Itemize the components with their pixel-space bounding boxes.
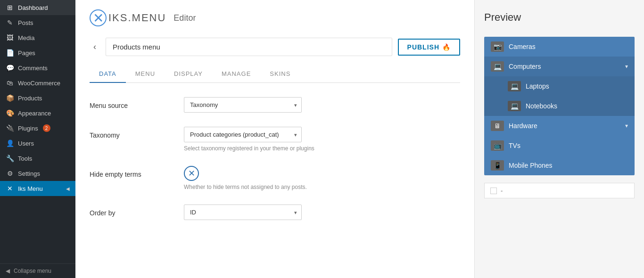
posts-icon: ✎: [6, 19, 14, 26]
main-content: ✕ IKS.MENU Editor ‹ PUBLISH 🔥 DATA MENU …: [75, 0, 474, 278]
sidebar-arrow-icon: ◀: [66, 186, 70, 191]
tvs-label: TVs: [509, 142, 520, 149]
menu-source-label: Menu source: [90, 97, 165, 109]
hide-empty-control: ✕ Whether to hide terms not assigned to …: [184, 166, 316, 190]
sidebar-item-products[interactable]: 📦 Products: [0, 90, 75, 106]
collapse-menu-item[interactable]: ◀ Collapse menu: [0, 263, 75, 278]
hide-empty-hint: Whether to hide terms not assigned to an…: [184, 184, 316, 190]
tools-icon: 🔧: [6, 155, 14, 162]
order-by-select[interactable]: ID Name Slug Count: [184, 204, 302, 220]
preview-item-notebooks[interactable]: 💻 Notebooks: [484, 96, 635, 116]
menu-source-row: Menu source Taxonomy Custom Menu Posts ▾: [90, 97, 460, 113]
sidebar-item-pages[interactable]: 📄 Pages: [0, 45, 75, 60]
plugins-badge: 2: [43, 124, 50, 132]
hide-empty-toggle[interactable]: ✕: [184, 166, 199, 181]
computers-icon: 💻: [491, 61, 504, 72]
tab-data[interactable]: DATA: [90, 65, 126, 83]
cameras-icon: 📷: [491, 41, 504, 52]
hide-empty-label: Hide empty terms: [90, 166, 165, 178]
woocommerce-icon: 🛍: [6, 79, 14, 87]
comments-icon: 💬: [6, 64, 14, 72]
order-by-control: ID Name Slug Count ▾: [184, 204, 316, 220]
tabs-bar: DATA MENU DISPLAY MANAGE SKINS: [90, 65, 460, 83]
taxonomy-select[interactable]: Product categories (product_cat) Tags Ca…: [184, 127, 302, 142]
preview-item-computers[interactable]: 💻 Computers ▾: [484, 57, 635, 76]
sidebar-item-appearance[interactable]: 🎨 Appearance: [0, 106, 75, 121]
products-icon: 📦: [6, 94, 14, 102]
sidebar-item-comments[interactable]: 💬 Comments: [0, 60, 75, 75]
sidebar-item-posts[interactable]: ✎ Posts: [0, 15, 75, 30]
menu-source-control: Taxonomy Custom Menu Posts ▾: [184, 97, 316, 113]
preview-item-laptops[interactable]: 💻 Laptops: [484, 76, 635, 96]
editor-panel: ✕ IKS.MENU Editor ‹ PUBLISH 🔥 DATA MENU …: [75, 0, 474, 278]
preview-checkbox[interactable]: [490, 188, 497, 194]
menu-source-select[interactable]: Taxonomy Custom Menu Posts: [184, 97, 302, 113]
computers-label: Computers: [509, 63, 541, 70]
tvs-icon: 📺: [491, 140, 504, 151]
order-by-select-wrapper: ID Name Slug Count ▾: [184, 204, 302, 220]
preview-title: Preview: [484, 11, 635, 24]
settings-icon: ⚙: [6, 170, 14, 177]
hardware-icon: 🖥: [491, 121, 504, 131]
taxonomy-hint: Select taxonomy registered in your theme…: [184, 145, 316, 152]
preview-footer-text: -: [501, 187, 503, 194]
laptops-label: Laptops: [526, 82, 549, 90]
computers-chevron-icon: ▾: [625, 63, 628, 70]
editor-header: ✕ IKS.MENU Editor: [90, 9, 460, 26]
sidebar-item-woocommerce[interactable]: 🛍 WooCommerce: [0, 75, 75, 90]
publish-button[interactable]: PUBLISH 🔥: [398, 39, 460, 56]
dashboard-icon: ⊞: [6, 4, 14, 11]
cameras-label: Cameras: [509, 43, 536, 50]
collapse-icon: ◀: [6, 268, 10, 274]
sidebar-item-dashboard[interactable]: ⊞ Dashboard: [0, 0, 75, 15]
tab-display[interactable]: DISPLAY: [165, 65, 212, 83]
publish-fire-icon: 🔥: [442, 43, 451, 51]
taxonomy-control: Product categories (product_cat) Tags Ca…: [184, 127, 316, 152]
menu-name-input[interactable]: [106, 38, 392, 56]
order-by-label: Order by: [90, 204, 165, 217]
order-by-row: Order by ID Name Slug Count ▾: [90, 204, 460, 220]
tab-menu[interactable]: MENU: [126, 65, 165, 83]
plugins-icon: 🔌: [6, 124, 14, 132]
hide-empty-row: Hide empty terms ✕ Whether to hide terms…: [90, 166, 460, 190]
sidebar-item-users[interactable]: 👤 Users: [0, 136, 75, 151]
sidebar-item-plugins[interactable]: 🔌 Plugins 2: [0, 121, 75, 136]
appearance-icon: 🎨: [6, 109, 14, 117]
hardware-chevron-icon: ▾: [625, 123, 628, 129]
sidebar-item-iks-menu[interactable]: ✕ Iks Menu ◀: [0, 181, 75, 196]
media-icon: 🖼: [6, 34, 14, 41]
tab-skins[interactable]: SKINS: [260, 65, 300, 83]
sidebar-item-media[interactable]: 🖼 Media: [0, 30, 75, 45]
preview-menu: 📷 Cameras 💻 Computers ▾ 💻 Laptops 💻 Note…: [484, 37, 635, 175]
sidebar-item-settings[interactable]: ⚙ Settings: [0, 166, 75, 181]
sidebar: ⊞ Dashboard ✎ Posts 🖼 Media 📄 Pages 💬 Co…: [0, 0, 75, 278]
users-icon: 👤: [6, 139, 14, 147]
iks-logo: ✕ IKS.MENU: [90, 9, 166, 26]
preview-item-cameras[interactable]: 📷 Cameras: [484, 37, 635, 57]
tab-manage[interactable]: MANAGE: [212, 65, 260, 83]
back-button[interactable]: ‹: [90, 40, 100, 54]
preview-item-mobile-phones[interactable]: 📱 Mobile Phones: [484, 155, 635, 175]
menu-source-select-wrapper: Taxonomy Custom Menu Posts ▾: [184, 97, 302, 113]
mobile-phones-label: Mobile Phones: [509, 162, 553, 169]
iks-brand-text: IKS.MENU: [108, 12, 166, 24]
taxonomy-row: Taxonomy Product categories (product_cat…: [90, 127, 460, 152]
editor-top-row: ‹ PUBLISH 🔥: [90, 38, 460, 56]
preview-item-hardware[interactable]: 🖥 Hardware ▾: [484, 116, 635, 136]
hardware-label: Hardware: [509, 122, 537, 130]
iks-menu-icon: ✕: [6, 185, 14, 192]
preview-footer: -: [484, 183, 635, 198]
mobile-phones-icon: 📱: [491, 160, 504, 171]
preview-item-tvs[interactable]: 📺 TVs: [484, 136, 635, 155]
taxonomy-label: Taxonomy: [90, 127, 165, 139]
sidebar-item-tools[interactable]: 🔧 Tools: [0, 151, 75, 166]
iks-x-icon: ✕: [90, 9, 107, 26]
notebooks-icon: 💻: [508, 101, 521, 111]
preview-panel: Preview 📷 Cameras 💻 Computers ▾ 💻 Laptop…: [474, 0, 644, 278]
laptops-icon: 💻: [508, 81, 521, 91]
pages-icon: 📄: [6, 49, 14, 57]
taxonomy-select-wrapper: Product categories (product_cat) Tags Ca…: [184, 127, 302, 142]
notebooks-label: Notebooks: [526, 102, 557, 110]
editor-label: Editor: [173, 13, 196, 23]
